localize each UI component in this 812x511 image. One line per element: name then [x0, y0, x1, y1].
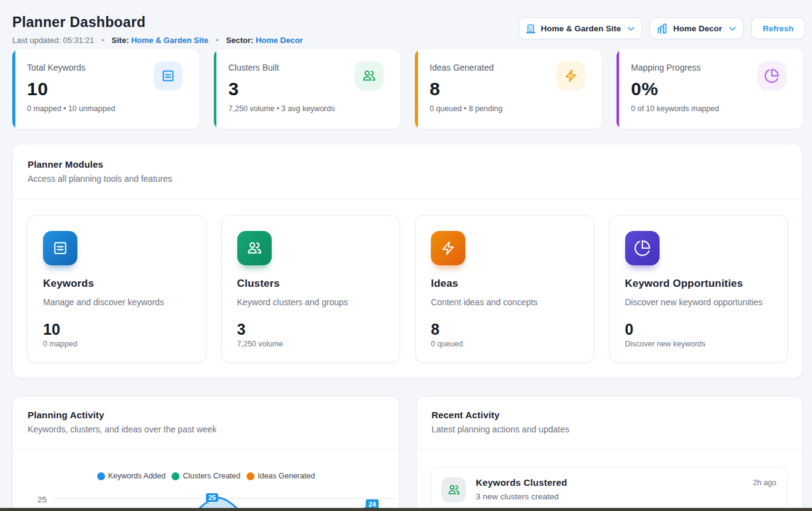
- svg-text:25: 25: [208, 494, 216, 501]
- svg-text:24: 24: [368, 501, 376, 508]
- svg-text:25: 25: [37, 495, 47, 504]
